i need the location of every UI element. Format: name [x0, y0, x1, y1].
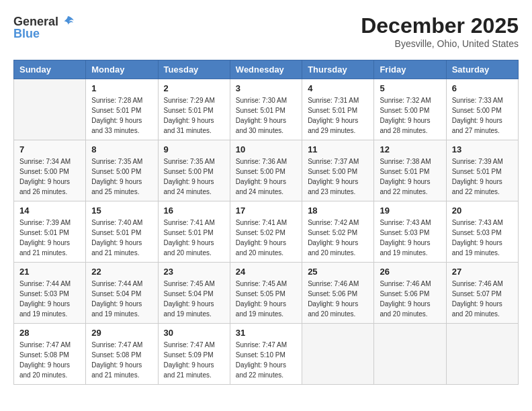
day-number: 24	[236, 267, 296, 277]
day-info: Sunrise: 7:38 AM Sunset: 5:01 PM Dayligh…	[380, 156, 440, 197]
header-tuesday: Tuesday	[158, 60, 230, 79]
header-monday: Monday	[86, 60, 158, 79]
day-info: Sunrise: 7:43 AM Sunset: 5:03 PM Dayligh…	[380, 218, 440, 258]
daylight-text: Daylight: 9 hours and 19 minutes.	[91, 300, 142, 318]
header-sunday: Sunday	[14, 60, 86, 79]
table-row	[446, 324, 518, 385]
day-number: 30	[164, 328, 224, 338]
sunset-text: Sunset: 5:00 PM	[308, 168, 357, 175]
day-info: Sunrise: 7:35 AM Sunset: 5:00 PM Dayligh…	[91, 156, 152, 197]
table-row: 30 Sunrise: 7:47 AM Sunset: 5:09 PM Dayl…	[158, 324, 230, 385]
sunset-text: Sunset: 5:01 PM	[91, 107, 141, 114]
sunrise-text: Sunrise: 7:30 AM	[236, 97, 287, 104]
day-number: 15	[91, 205, 152, 216]
daylight-text: Daylight: 9 hours and 20 minutes.	[308, 300, 358, 318]
day-number: 22	[91, 267, 152, 277]
sunset-text: Sunset: 5:03 PM	[452, 229, 502, 236]
sunrise-text: Sunrise: 7:29 AM	[164, 97, 215, 104]
daylight-text: Daylight: 9 hours and 21 minutes.	[91, 361, 142, 379]
day-info: Sunrise: 7:41 AM Sunset: 5:02 PM Dayligh…	[236, 218, 296, 258]
sunrise-text: Sunrise: 7:40 AM	[91, 219, 142, 226]
daylight-text: Daylight: 9 hours and 31 minutes.	[164, 117, 214, 134]
sunrise-text: Sunrise: 7:39 AM	[19, 219, 71, 226]
day-number: 25	[308, 267, 368, 277]
daylight-text: Daylight: 9 hours and 28 minutes.	[380, 117, 430, 134]
sunset-text: Sunset: 5:01 PM	[236, 107, 285, 114]
sunrise-text: Sunrise: 7:46 AM	[380, 280, 431, 287]
daylight-text: Daylight: 9 hours and 20 minutes.	[308, 239, 358, 257]
day-number: 20	[452, 205, 513, 216]
sunrise-text: Sunrise: 7:35 AM	[91, 158, 142, 165]
day-number: 10	[236, 144, 296, 154]
daylight-text: Daylight: 9 hours and 22 minutes.	[236, 361, 286, 379]
daylight-text: Daylight: 9 hours and 21 minutes.	[19, 239, 70, 257]
day-info: Sunrise: 7:33 AM Sunset: 5:00 PM Dayligh…	[452, 95, 513, 136]
sunrise-text: Sunrise: 7:39 AM	[452, 158, 503, 165]
sunset-text: Sunset: 5:03 PM	[19, 290, 69, 298]
day-number: 2	[164, 83, 224, 93]
day-number: 4	[308, 83, 368, 93]
day-number: 27	[452, 267, 513, 277]
day-info: Sunrise: 7:37 AM Sunset: 5:00 PM Dayligh…	[308, 156, 368, 197]
day-info: Sunrise: 7:43 AM Sunset: 5:03 PM Dayligh…	[452, 218, 513, 258]
table-row: 12 Sunrise: 7:38 AM Sunset: 5:01 PM Dayl…	[374, 140, 446, 201]
table-row: 23 Sunrise: 7:45 AM Sunset: 5:04 PM Dayl…	[158, 263, 230, 324]
sunrise-text: Sunrise: 7:34 AM	[19, 158, 71, 165]
day-info: Sunrise: 7:35 AM Sunset: 5:00 PM Dayligh…	[164, 156, 224, 197]
sunset-text: Sunset: 5:02 PM	[236, 229, 285, 236]
header-thursday: Thursday	[302, 60, 374, 79]
day-number: 13	[452, 144, 513, 154]
logo: General Blue	[13, 13, 76, 41]
day-number: 26	[380, 267, 440, 277]
sunset-text: Sunset: 5:08 PM	[91, 351, 141, 359]
sunrise-text: Sunrise: 7:38 AM	[380, 158, 431, 165]
sunrise-text: Sunrise: 7:41 AM	[164, 219, 215, 226]
sunrise-text: Sunrise: 7:45 AM	[236, 280, 287, 287]
daylight-text: Daylight: 9 hours and 24 minutes.	[164, 178, 214, 195]
sunset-text: Sunset: 5:06 PM	[308, 290, 357, 298]
table-row: 9 Sunrise: 7:35 AM Sunset: 5:00 PM Dayli…	[158, 140, 230, 201]
daylight-text: Daylight: 9 hours and 20 minutes.	[236, 239, 286, 257]
sunrise-text: Sunrise: 7:47 AM	[91, 341, 142, 349]
day-info: Sunrise: 7:39 AM Sunset: 5:01 PM Dayligh…	[19, 218, 80, 258]
table-row: 24 Sunrise: 7:45 AM Sunset: 5:05 PM Dayl…	[230, 263, 302, 324]
sunrise-text: Sunrise: 7:44 AM	[91, 280, 142, 287]
day-number: 8	[91, 144, 152, 154]
table-row: 18 Sunrise: 7:42 AM Sunset: 5:02 PM Dayl…	[302, 201, 374, 263]
daylight-text: Daylight: 9 hours and 33 minutes.	[91, 117, 142, 134]
sunrise-text: Sunrise: 7:45 AM	[164, 280, 215, 287]
table-row: 11 Sunrise: 7:37 AM Sunset: 5:00 PM Dayl…	[302, 140, 374, 201]
daylight-text: Daylight: 9 hours and 19 minutes.	[19, 300, 70, 318]
sunrise-text: Sunrise: 7:36 AM	[236, 158, 287, 165]
sunset-text: Sunset: 5:03 PM	[380, 229, 429, 236]
sunrise-text: Sunrise: 7:44 AM	[19, 280, 71, 287]
table-row: 13 Sunrise: 7:39 AM Sunset: 5:01 PM Dayl…	[446, 140, 518, 201]
sunrise-text: Sunrise: 7:43 AM	[380, 219, 431, 226]
day-info: Sunrise: 7:44 AM Sunset: 5:03 PM Dayligh…	[19, 279, 80, 319]
table-row: 17 Sunrise: 7:41 AM Sunset: 5:02 PM Dayl…	[230, 201, 302, 263]
day-info: Sunrise: 7:47 AM Sunset: 5:09 PM Dayligh…	[164, 340, 224, 380]
table-row: 25 Sunrise: 7:46 AM Sunset: 5:06 PM Dayl…	[302, 263, 374, 324]
sunrise-text: Sunrise: 7:37 AM	[308, 158, 359, 165]
table-row: 4 Sunrise: 7:31 AM Sunset: 5:01 PM Dayli…	[302, 79, 374, 140]
day-number: 3	[236, 83, 296, 93]
day-info: Sunrise: 7:30 AM Sunset: 5:01 PM Dayligh…	[236, 95, 296, 136]
sunset-text: Sunset: 5:08 PM	[19, 351, 69, 359]
day-number: 5	[380, 83, 440, 93]
sunrise-text: Sunrise: 7:46 AM	[452, 280, 503, 287]
sunset-text: Sunset: 5:01 PM	[91, 229, 141, 236]
day-info: Sunrise: 7:46 AM Sunset: 5:06 PM Dayligh…	[308, 279, 368, 319]
day-info: Sunrise: 7:47 AM Sunset: 5:08 PM Dayligh…	[19, 340, 80, 380]
day-info: Sunrise: 7:47 AM Sunset: 5:08 PM Dayligh…	[91, 340, 152, 380]
sunrise-text: Sunrise: 7:47 AM	[19, 341, 71, 349]
calendar-week-row: 21 Sunrise: 7:44 AM Sunset: 5:03 PM Dayl…	[14, 263, 519, 324]
day-info: Sunrise: 7:39 AM Sunset: 5:01 PM Dayligh…	[452, 156, 513, 197]
table-row: 6 Sunrise: 7:33 AM Sunset: 5:00 PM Dayli…	[446, 79, 518, 140]
daylight-text: Daylight: 9 hours and 22 minutes.	[380, 178, 430, 195]
sunset-text: Sunset: 5:01 PM	[164, 107, 214, 114]
table-row: 8 Sunrise: 7:35 AM Sunset: 5:00 PM Dayli…	[86, 140, 158, 201]
day-number: 12	[380, 144, 440, 154]
day-info: Sunrise: 7:29 AM Sunset: 5:01 PM Dayligh…	[164, 95, 224, 136]
sunset-text: Sunset: 5:01 PM	[164, 229, 214, 236]
sunset-text: Sunset: 5:00 PM	[380, 107, 429, 114]
